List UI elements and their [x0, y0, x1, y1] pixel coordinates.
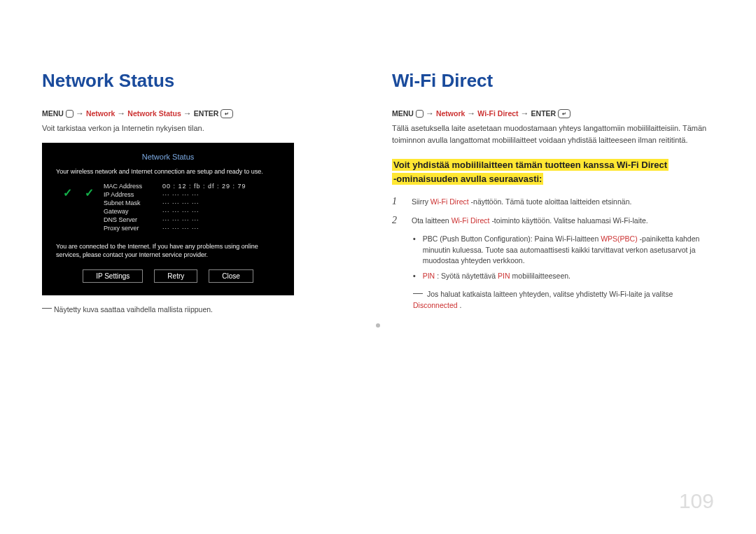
bullet-item: • PIN : Syötä näytettävä PIN mobiililait…: [413, 271, 714, 282]
image-note: Näytetty kuva saattaa vaihdella mallista…: [42, 305, 364, 314]
highlight-block: Voit yhdistää mobiililaitteen tämän tuot…: [392, 158, 714, 186]
step-number: 2: [392, 215, 402, 226]
bullet-item: • PBC (Push Button Configuration): Paina…: [413, 234, 714, 267]
arrow-icon: →: [521, 108, 529, 118]
dash-icon: [413, 293, 423, 294]
enter-icon: ↵: [220, 109, 233, 118]
description-text: Tällä asetuksella laite asetetaan muodos…: [392, 122, 714, 146]
table-row: DNS Server··· ··· ··· ···: [104, 216, 246, 224]
list-item: 2 Ota laitteen Wi-Fi Direct -toiminto kä…: [392, 215, 714, 227]
panel-status-line: Your wireless network and Internet conne…: [56, 168, 280, 175]
table-row: Proxy server··· ··· ··· ···: [104, 224, 246, 232]
highlight-text: -ominaisuuden avulla seuraavasti:: [392, 173, 543, 185]
arrow-icon: →: [426, 108, 434, 118]
list-item: 1 Siirry Wi-Fi Direct -näyttöön. Tämä tu…: [392, 196, 714, 208]
network-info-table: MAC Address00 : 12 : fb : df : 29 : 79 I…: [104, 182, 246, 233]
breadcrumb-suffix: ENTER: [194, 109, 219, 118]
breadcrumb-prefix: MENU: [392, 109, 414, 118]
network-status-panel: Network Status Your wireless network and…: [42, 143, 294, 295]
breadcrumb: MENU → Network → Wi-Fi Direct → ENTER ↵: [392, 108, 714, 118]
breadcrumb-item: Network: [86, 109, 115, 118]
table-row: Gateway··· ··· ··· ···: [104, 207, 246, 216]
ip-settings-button[interactable]: IP Settings: [83, 269, 143, 283]
bullet-icon: •: [413, 271, 416, 282]
arrow-icon: →: [76, 108, 84, 118]
enter-icon: ↵: [558, 109, 570, 118]
table-row: IP Address··· ··· ··· ···: [104, 190, 246, 199]
dash-icon: [42, 308, 52, 309]
panel-title: Network Status: [56, 153, 280, 161]
arrow-icon: →: [117, 108, 125, 118]
highlight-text: Voit yhdistää mobiililaitteen tämän tuot…: [392, 159, 668, 171]
footnote: Jos haluat katkaista laitteen yhteyden, …: [413, 289, 714, 311]
breadcrumb-item: Wi-Fi Direct: [477, 109, 518, 118]
close-button[interactable]: Close: [209, 269, 253, 283]
left-column: Network Status MENU → Network → Network …: [42, 70, 364, 314]
step-text: Ota laitteen Wi-Fi Direct -toiminto käyt…: [412, 216, 648, 227]
status-checks: ✓ ✓: [56, 182, 94, 199]
check-icon: ✓: [63, 186, 72, 199]
menu-icon: [66, 110, 74, 118]
breadcrumb-prefix: MENU: [42, 109, 64, 118]
table-row: Subnet Mask··· ··· ··· ···: [104, 199, 246, 207]
description-text: Voit tarkistaa verkon ja Internetin nyky…: [42, 122, 364, 134]
page-number: 109: [679, 489, 714, 513]
arrow-icon: →: [183, 108, 192, 118]
breadcrumb-item: Network Status: [127, 109, 181, 118]
step-number: 1: [392, 196, 402, 207]
breadcrumb-suffix: ENTER: [531, 109, 556, 118]
section-title: Network Status: [42, 70, 364, 92]
right-column: Wi-Fi Direct MENU → Network → Wi-Fi Dire…: [392, 70, 714, 314]
decorative-dot: [376, 323, 380, 328]
section-title: Wi-Fi Direct: [392, 70, 714, 92]
retry-button[interactable]: Retry: [154, 269, 197, 283]
breadcrumb-item: Network: [436, 109, 465, 118]
breadcrumb: MENU → Network → Network Status → ENTER …: [42, 108, 364, 118]
table-row: MAC Address00 : 12 : fb : df : 29 : 79: [104, 182, 246, 190]
bullet-icon: •: [413, 234, 416, 267]
step-text: Siirry Wi-Fi Direct -näyttöön. Tämä tuot…: [412, 197, 631, 208]
check-icon: ✓: [85, 186, 94, 199]
menu-icon: [416, 110, 424, 118]
panel-message: You are connected to the Internet. If yo…: [56, 242, 280, 259]
arrow-icon: →: [467, 108, 475, 118]
steps-list: 1 Siirry Wi-Fi Direct -näyttöön. Tämä tu…: [392, 196, 714, 227]
